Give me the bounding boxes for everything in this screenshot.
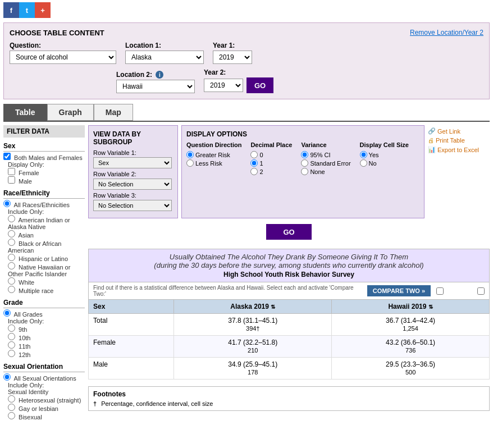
race-nhopi-radio[interactable] [8,262,15,269]
location1-select[interactable]: Alaska [125,51,204,64]
subgroup-var1-select[interactable]: Sex [93,157,172,168]
sexual-gay-radio[interactable] [8,404,15,411]
tab-graph[interactable]: Graph [47,104,94,121]
variance-se-label[interactable]: Standard Error [301,159,350,167]
compare-checkboxes [436,287,485,295]
year1-label: Year 1: [213,42,252,49]
subgroup-var3-select[interactable]: No Selection [93,200,172,211]
decimal-2-radio[interactable] [250,168,258,175]
sexual-bisexual-label[interactable]: Bisexual [8,412,85,420]
sex-female-checkbox[interactable] [8,168,15,175]
variance-ci-label[interactable]: 95% CI [301,151,350,158]
col-hawaii-header[interactable]: Hawaii 2019 ⇅ [332,300,490,314]
race-nhopi-label[interactable]: Native Hawaiian or Other Pacific Islande… [8,262,85,277]
cellsize-no-radio[interactable] [360,159,367,167]
direction-greater-label[interactable]: Greater Risk [186,151,241,158]
sex-male-label[interactable]: Male [8,176,85,185]
compare-checkbox-alaska[interactable] [436,287,444,295]
race-aian-label[interactable]: American Indian or Alaska Native [8,215,85,230]
location2-select[interactable]: Hawaii [116,80,195,93]
facebook-button[interactable]: f [3,2,19,18]
sexual-bisexual-radio[interactable] [8,412,15,419]
decimal-0-label[interactable]: 0 [250,151,292,158]
race-hispanic-radio[interactable] [8,254,15,261]
col-alaska-header[interactable]: Alaska 2019 ⇅ [174,300,332,314]
grade-9th-label[interactable]: 9th [8,324,85,333]
grade-10th-radio[interactable] [8,333,15,340]
sex-both-checkbox[interactable] [3,153,11,160]
sex-male-checkbox[interactable] [8,176,15,184]
excel-icon: 📊 [428,146,436,153]
variance-none-label[interactable]: None [301,168,350,175]
export-excel-link[interactable]: 📊 Export to Excel [428,146,490,153]
direction-less-label[interactable]: Less Risk [186,159,241,167]
footnote-item: †Percentage, confidence interval, cell s… [93,400,485,407]
sexual-all-label[interactable]: All Sexual Orientations [3,373,85,382]
race-all-label[interactable]: All Races/Ethnicities [3,200,85,208]
direction-col: Question Direction Greater Risk Less Ris… [186,141,241,175]
race-aian-radio[interactable] [8,215,15,222]
twitter-button[interactable]: t [19,2,35,18]
tab-table[interactable]: Table [3,104,47,121]
variance-title: Variance [301,141,350,148]
location2-info-icon[interactable]: i [156,71,163,79]
options-row: VIEW DATA BY SUBGROUP Row Variable 1: Se… [88,125,490,218]
grade-12th-label[interactable]: 12th [8,350,85,358]
decimal-0-radio[interactable] [250,151,258,158]
sexual-all-radio[interactable] [3,373,11,381]
sexual-hetero-radio[interactable] [8,395,15,403]
year1-select[interactable]: 2019 [213,51,252,64]
sexual-gay-label[interactable]: Gay or lesbian [8,404,85,412]
variance-none-radio[interactable] [301,168,308,175]
grade-12th-radio[interactable] [8,350,15,357]
direction-greater-radio[interactable] [186,151,194,158]
subgroup-var1: Row Variable 1: Sex [93,149,173,168]
googleplus-button[interactable]: + [35,2,51,18]
cellsize-yes-label[interactable]: Yes [360,151,409,158]
cellsize-yes-radio[interactable] [360,151,367,158]
display-go-button[interactable]: GO [266,224,311,240]
decimal-2-label[interactable]: 2 [250,168,292,175]
race-black-label[interactable]: Black or African American [8,239,85,254]
grade-11th-radio[interactable] [8,341,15,349]
decimal-1-radio[interactable] [250,159,258,167]
alaska-sort-icon[interactable]: ⇅ [271,304,275,310]
sex-female-label[interactable]: Female [8,168,85,176]
tab-map[interactable]: Map [94,104,133,121]
compare-two-button[interactable]: COMPARE TWO » [367,285,431,296]
compare-checkbox-hawaii[interactable] [477,287,485,295]
race-multi-radio[interactable] [8,286,15,293]
print-table-link[interactable]: 🖨 Print Table [428,137,490,144]
race-black-radio[interactable] [8,239,15,246]
race-white-radio[interactable] [8,277,15,285]
get-link-link[interactable]: 🔗 Get Link [428,127,490,135]
display-box: DISPLAY OPTIONS Question Direction Great… [181,125,424,218]
question-select[interactable]: Source of alcohol [10,51,116,64]
cellsize-no-label[interactable]: No [360,159,409,167]
grade-all-radio[interactable] [3,309,11,317]
hawaii-sort-icon[interactable]: ⇅ [428,304,433,310]
direction-less-radio[interactable] [186,159,194,167]
grade-9th-radio[interactable] [8,324,15,332]
grade-11th-label[interactable]: 11th [8,341,85,350]
table-row: Female 41.7 (32.2–51.8)210 43.2 (36.6–50… [89,336,490,358]
race-hispanic-label[interactable]: Hispanic or Latino [8,254,85,262]
race-all-radio[interactable] [3,200,11,207]
subgroup-var2-select[interactable]: No Selection [93,179,172,190]
remove-location-link[interactable]: Remove Location/Year 2 [410,29,483,36]
direction-title: Question Direction [186,141,241,148]
variance-ci-radio[interactable] [301,151,308,158]
grade-10th-label[interactable]: 10th [8,333,85,341]
year2-select[interactable]: 2019 [204,79,243,92]
race-white-label[interactable]: White [8,277,85,286]
hawaii-data-cell: 36.7 (31.4–42.4)1,254 [332,314,490,336]
sexual-hetero-label[interactable]: Heterosexual (straight) [8,395,85,404]
race-asian-radio[interactable] [8,230,15,237]
variance-se-radio[interactable] [301,159,308,167]
decimal-1-label[interactable]: 1 [250,159,292,167]
race-asian-label[interactable]: Asian [8,230,85,239]
race-multi-label[interactable]: Multiple race [8,286,85,294]
sex-both-label[interactable]: Both Males and Females [3,153,85,161]
top-go-button[interactable]: GO [247,77,273,93]
grade-all-label[interactable]: All Grades [3,309,85,318]
